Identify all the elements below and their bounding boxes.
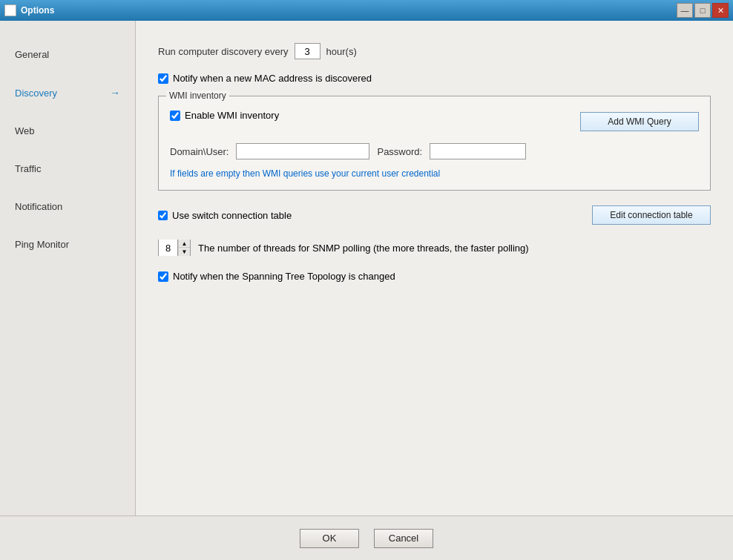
title-bar-buttons: — □ ✕ [677,3,729,18]
title-bar: ⚙ Options — □ ✕ [0,0,733,21]
wmi-group-title: WMI inventory [166,90,229,101]
sidebar-label-discovery: Discovery [15,88,57,99]
notify-mac-label: Notify when a new MAC address is discove… [173,73,372,84]
hour-unit-label: hour(s) [326,46,357,57]
notify-spanning-row: Notify when the Spanning Tree Topology i… [158,271,711,282]
sidebar-label-notification: Notification [15,201,62,212]
notify-mac-checkbox[interactable] [158,73,168,84]
switch-left: Use switch connection table [158,210,292,221]
edit-connection-table-button[interactable]: Edit connection table [592,205,711,225]
use-switch-checkbox[interactable] [158,211,168,220]
sidebar-item-web[interactable]: Web [0,112,135,150]
sidebar-label-ping-monitor: Ping Monitor [15,239,69,250]
domain-user-label: Domain\User: [170,146,229,157]
minimize-button[interactable]: — [677,3,693,18]
enable-wmi-checkbox[interactable] [170,111,180,121]
sidebar-item-traffic[interactable]: Traffic [0,150,135,188]
password-input[interactable] [430,143,526,159]
title-bar-left: ⚙ Options [4,4,54,16]
window-title: Options [21,5,54,16]
discovery-interval-input[interactable] [295,43,321,59]
domain-user-input[interactable] [236,143,369,159]
switch-connection-row: Use switch connection table Edit connect… [158,205,711,225]
sidebar-item-discovery[interactable]: Discovery → [0,73,135,112]
sidebar-label-web: Web [15,125,35,136]
enable-wmi-label: Enable WMI inventory [185,110,279,121]
enable-wmi-row: Enable WMI inventory [170,110,279,121]
sidebar-item-general[interactable]: General [0,36,135,73]
threads-value-input[interactable] [159,240,178,256]
spinner-down-button[interactable]: ▼ [178,248,190,256]
wmi-top-row: Enable WMI inventory Add WMI Query [170,110,699,133]
spinner-arrows: ▲ ▼ [178,240,190,256]
notify-spanning-checkbox[interactable] [158,271,168,282]
run-discovery-label: Run computer discovery every [158,46,289,57]
notify-spanning-label: Notify when the Spanning Tree Topology i… [173,271,395,282]
wmi-group-content: Enable WMI inventory Add WMI Query Domai… [170,110,699,179]
close-button[interactable]: ✕ [712,3,729,18]
snmp-threads-row: ▲ ▼ The number of threads for SNMP polli… [158,240,711,256]
discovery-interval-row: Run computer discovery every hour(s) [158,43,711,59]
spinner-up-button[interactable]: ▲ [178,240,190,248]
app-icon: ⚙ [4,4,16,16]
sidebar-item-ping-monitor[interactable]: Ping Monitor [0,225,135,263]
threads-label: The number of threads for SNMP polling (… [198,243,529,254]
active-arrow-icon: → [110,87,120,99]
bottom-bar: OK Cancel [0,515,733,560]
maximize-button[interactable]: □ [694,3,711,18]
wmi-credentials-row: Domain\User: Password: [170,143,699,159]
sidebar-label-traffic: Traffic [15,163,41,174]
use-switch-label: Use switch connection table [172,210,292,221]
sidebar-label-general: General [15,49,49,60]
ok-button[interactable]: OK [300,529,359,548]
threads-spinner[interactable]: ▲ ▼ [158,240,191,256]
cancel-button[interactable]: Cancel [374,529,433,548]
content-area: General Discovery → Web Traffic Notifica… [0,21,733,515]
window-body: General Discovery → Web Traffic Notifica… [0,21,733,560]
wmi-inventory-group: WMI inventory Enable WMI inventory Add W… [158,96,711,191]
notify-mac-row: Notify when a new MAC address is discove… [158,73,711,84]
add-wmi-query-button[interactable]: Add WMI Query [580,112,699,131]
main-panel: Run computer discovery every hour(s) Not… [136,21,733,515]
wmi-hint-text: If fields are empty then WMI queries use… [170,168,699,179]
password-label: Password: [377,146,422,157]
sidebar-item-notification[interactable]: Notification [0,188,135,225]
sidebar: General Discovery → Web Traffic Notifica… [0,21,136,515]
